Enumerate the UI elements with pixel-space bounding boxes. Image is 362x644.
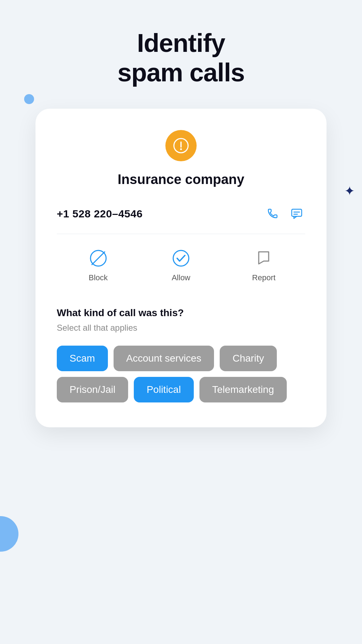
tag-prison-jail[interactable]: Prison/Jail	[57, 377, 128, 402]
block-button[interactable]: Block	[77, 248, 120, 282]
tag-charity[interactable]: Charity	[220, 346, 277, 371]
phone-row: +1 528 220–4546	[57, 205, 305, 234]
allow-label: Allow	[172, 273, 191, 282]
call-button[interactable]	[264, 205, 281, 223]
call-type-section: What kind of call was this? Select all t…	[57, 304, 305, 402]
allow-button[interactable]: Allow	[160, 248, 202, 282]
message-button[interactable]	[288, 205, 305, 223]
report-button[interactable]: Report	[242, 248, 285, 282]
warning-icon	[173, 138, 189, 153]
tags-row: Scam Account services Charity Prison/Jai…	[57, 346, 305, 402]
decorative-star: ✦	[344, 185, 355, 197]
call-icon	[265, 206, 280, 221]
call-type-title: What kind of call was this?	[57, 307, 305, 319]
tag-scam[interactable]: Scam	[57, 346, 108, 371]
page-wrapper: ✦ Identify spam calls Insurance company …	[0, 0, 362, 644]
decorative-dot-top-left	[24, 94, 34, 104]
decorative-dot-bottom-left	[0, 516, 18, 552]
allow-icon	[171, 248, 191, 268]
report-label: Report	[252, 273, 275, 282]
svg-point-8	[173, 250, 189, 266]
svg-line-7	[92, 252, 105, 265]
tag-telemarketing[interactable]: Telemarketing	[199, 377, 287, 402]
caller-card: Insurance company +1 528 220–4546	[35, 109, 327, 427]
warning-icon-circle	[165, 130, 197, 161]
tag-account-services[interactable]: Account services	[114, 346, 214, 371]
block-icon	[88, 248, 108, 268]
page-title: Identify spam calls	[117, 28, 245, 87]
svg-point-2	[180, 148, 182, 150]
block-label: Block	[89, 273, 108, 282]
warning-icon-wrapper	[57, 130, 305, 161]
message-icon	[290, 206, 304, 221]
company-name: Insurance company	[57, 172, 305, 187]
report-icon	[254, 248, 274, 268]
svg-rect-3	[292, 209, 302, 216]
call-type-subtitle: Select all that applies	[57, 323, 305, 333]
phone-actions	[264, 205, 305, 223]
tag-political[interactable]: Political	[134, 377, 193, 402]
phone-number: +1 528 220–4546	[57, 208, 143, 220]
action-buttons-row: Block Allow Report	[57, 248, 305, 286]
